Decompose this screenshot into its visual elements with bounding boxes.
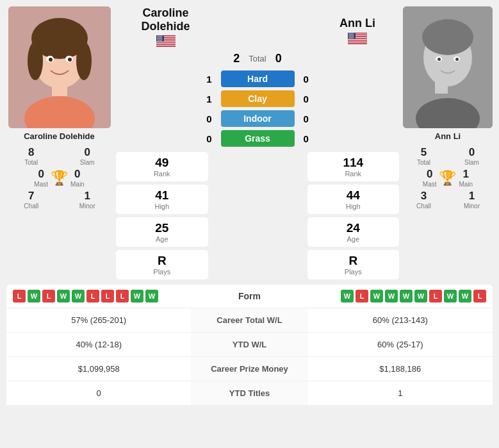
svg-point-91	[351, 36, 352, 37]
p2-rank-lbl: Rank	[314, 170, 393, 178]
stat-label-ytd-wl: YTD W/L	[191, 333, 307, 357]
player1-flag-svg	[156, 35, 176, 47]
p1-plays-val: R	[122, 254, 202, 268]
svg-rect-67	[348, 41, 367, 42]
stat-row-ytd-wl: 40% (12-18) YTD W/L 60% (25-17)	[6, 333, 493, 357]
player1-name-line1: Caroline	[116, 6, 215, 20]
svg-point-35	[161, 37, 161, 37]
p2-form-pill-4: W	[400, 290, 413, 303]
player2-name-center: Ann Li	[316, 17, 399, 30]
svg-point-28	[160, 36, 160, 37]
player1-mast-label: Mast	[34, 181, 48, 188]
svg-point-49	[159, 40, 160, 40]
player1-trophy-icon: 🏆	[51, 170, 68, 187]
svg-point-84	[350, 35, 350, 36]
hard-badge: Hard	[221, 71, 295, 87]
svg-point-72	[348, 33, 349, 34]
svg-point-42	[157, 38, 158, 39]
svg-rect-21	[156, 44, 176, 45]
stat-row-career-wl: 57% (265-201) Career Total W/L 60% (213-…	[6, 308, 493, 333]
player2-header: Ann Li	[316, 17, 399, 49]
svg-point-29	[161, 36, 161, 37]
p1-age-box: 25 Age	[116, 217, 208, 247]
player1-column: Caroline Dolehide 8 Total 0 Slam 0 Mast …	[6, 6, 112, 210]
player1-minor-value: 1	[63, 190, 113, 203]
stat-p2-titles: 1	[308, 381, 493, 406]
p2-form-pill-7: W	[444, 290, 457, 303]
p2-high-lbl: High	[314, 203, 393, 210]
svg-rect-69	[348, 43, 367, 44]
player2-mast-label: Mast	[423, 181, 437, 188]
player2-minor-value: 1	[451, 190, 493, 203]
player1-mast-cell: 0 Mast	[34, 168, 48, 188]
player1-chall-value: 7	[6, 190, 56, 203]
p1-rank-box: 49 Rank	[116, 152, 208, 181]
player1-flag	[116, 35, 215, 49]
svg-rect-66	[348, 40, 367, 40]
svg-point-103	[352, 38, 352, 38]
p2-high-val: 44	[314, 188, 393, 203]
svg-point-36	[157, 38, 158, 38]
player2-chall-label: Chall	[403, 203, 445, 210]
p1-form-pill-3: W	[57, 290, 70, 303]
player1-slam-value: 0	[63, 146, 113, 159]
player2-slam-label: Slam	[451, 159, 493, 166]
player1-name-line2: Dolehide	[116, 20, 215, 33]
svg-point-88	[354, 35, 354, 36]
svg-rect-68	[348, 42, 367, 42]
player2-total-cell: 5 Total	[403, 146, 445, 166]
svg-point-99	[354, 37, 354, 38]
svg-point-55	[159, 40, 160, 41]
player1-total-cell: 8 Total	[6, 146, 56, 166]
svg-point-34	[160, 37, 161, 37]
player1-main-label: Main	[70, 181, 85, 188]
form-center-label: Form	[238, 291, 261, 301]
p1-plays-box: R Plays	[116, 250, 208, 279]
svg-point-9	[49, 58, 53, 62]
svg-point-89	[349, 36, 350, 37]
player2-mast-value: 0	[423, 168, 437, 181]
p1-high-box: 41 High	[116, 185, 208, 214]
p2-form-pill-5: W	[414, 290, 427, 303]
svg-point-86	[352, 35, 352, 36]
stat-row-ytd-titles: 0 YTD Titles 1	[6, 381, 493, 406]
player2-trophy-icon: 🏆	[439, 170, 456, 187]
p2-plays-val: R	[314, 254, 393, 268]
p2-age-val: 24	[314, 221, 393, 235]
player1-minor-cell: 1 Minor	[63, 190, 113, 210]
stats-table: 57% (265-201) Career Total W/L 60% (213-…	[6, 308, 493, 406]
total-score-row: 2 Total 0	[116, 52, 399, 65]
p2-plays-box: R Plays	[307, 250, 400, 279]
svg-rect-23	[156, 46, 176, 47]
p2-form-pill-0: W	[341, 290, 354, 303]
p2-form-pill-6: L	[429, 290, 442, 303]
svg-point-52	[161, 40, 162, 40]
bottom-section: L W L W W L L L W W Form W L W W W W L	[6, 285, 493, 406]
clay-score-p2: 0	[304, 94, 319, 104]
surface-rows: 1 Hard 0 1 Clay 0 0 Indoor 0	[116, 71, 399, 147]
indoor-score-p1: 0	[197, 113, 212, 124]
svg-point-107	[422, 19, 473, 55]
grass-badge: Grass	[221, 130, 295, 147]
p1-rank-lbl: Rank	[122, 170, 202, 178]
hard-score-p1: 1	[197, 74, 212, 85]
svg-point-56	[160, 40, 161, 41]
indoor-badge: Indoor	[221, 110, 295, 127]
player2-minor-label: Minor	[451, 203, 493, 210]
svg-point-85	[350, 35, 351, 36]
player2-main-value: 1	[459, 168, 473, 181]
svg-rect-65	[348, 39, 367, 40]
indoor-score-p2: 0	[304, 113, 319, 124]
svg-point-47	[157, 40, 158, 40]
p1-form-pill-5: L	[86, 290, 99, 303]
p1-age-val: 25	[122, 221, 202, 235]
svg-point-3	[28, 42, 43, 80]
svg-point-32	[158, 37, 159, 37]
player1-form-pills: L W L W W L L L W W	[13, 290, 158, 303]
svg-point-54	[158, 40, 159, 41]
svg-point-51	[161, 40, 161, 40]
total-score-p1: 2	[233, 52, 240, 65]
svg-point-83	[348, 35, 349, 36]
svg-rect-70	[348, 44, 367, 44]
svg-point-50	[160, 40, 160, 40]
